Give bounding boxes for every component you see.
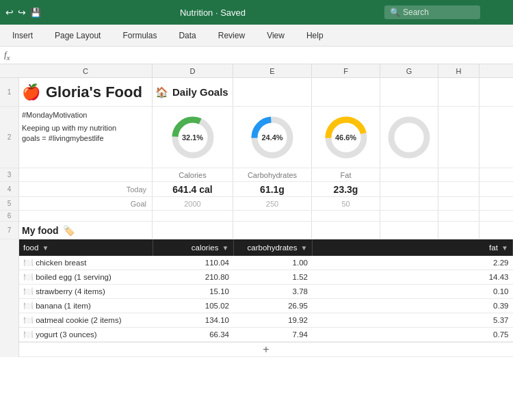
label-calories: Calories — [179, 171, 206, 179]
calories-cell: 15.10 — [153, 285, 233, 299]
add-row-content[interactable]: + — [19, 343, 513, 356]
table-row[interactable]: 🍽️ banana (1 item) 105.02 26.95 0.39 — [19, 299, 513, 313]
cell-g1[interactable] — [380, 78, 438, 106]
food-icon: 🍽️ — [23, 330, 34, 339]
food-icon: 🍽️ — [23, 272, 34, 282]
cell-g3[interactable] — [380, 168, 438, 181]
cell-h1[interactable] — [438, 78, 479, 106]
ribbon: Insert Page Layout Formulas Data Review … — [0, 25, 513, 47]
carbs-cell: 3.78 — [233, 285, 312, 299]
cell-c1[interactable]: 🍎 Gloria's Food — [19, 78, 153, 106]
ribbon-data[interactable]: Data — [174, 28, 200, 43]
filter-arrow-food[interactable]: ▼ — [42, 244, 49, 252]
today-label: Today — [127, 185, 149, 194]
calories-cell: 105.02 — [153, 299, 233, 313]
cell-f1[interactable] — [312, 78, 380, 106]
daily-goals-title: 🏠 Daily Goals — [155, 86, 228, 99]
donut-carbs-label: 24.4% — [261, 133, 282, 142]
food-table-container: food ▼ calories ▼ carbohydrates ▼ fat — [19, 239, 513, 357]
ribbon-formulas[interactable]: Formulas — [118, 28, 161, 43]
redo-icon[interactable]: ↪ — [18, 7, 26, 18]
add-row-plus-icon[interactable]: + — [263, 343, 269, 356]
goals-icon: 🏠 — [155, 86, 168, 99]
th-fat[interactable]: fat ▼ — [312, 239, 513, 256]
filter-arrow-carbs[interactable]: ▼ — [301, 244, 308, 252]
col-header-d[interactable]: D — [153, 64, 233, 77]
table-row[interactable]: 🍽️ oatmeal cookie (2 items) 134.10 19.92… — [19, 313, 513, 328]
goal-calories: 2000 — [184, 200, 200, 208]
svg-point-6 — [391, 120, 427, 155]
th-carbs[interactable]: carbohydrates ▼ — [233, 239, 312, 256]
cell-g-goal[interactable] — [380, 197, 438, 210]
th-food[interactable]: food ▼ — [19, 239, 153, 256]
goal-fat: 50 — [341, 200, 350, 208]
cell-myfood[interactable]: My food 🏷️ — [19, 222, 153, 239]
formula-input[interactable] — [14, 51, 509, 60]
cell-c2[interactable]: #MondayMotivation Keeping up with my nut… — [19, 107, 153, 168]
cell-c3[interactable] — [19, 168, 153, 181]
fat-cell: 14.43 — [312, 270, 513, 285]
quick-save-icon[interactable]: 💾 — [30, 8, 41, 18]
tagline-text: Keeping up with my nutritiongoals = #liv… — [22, 123, 116, 144]
row-2: 2 #MondayMotivation Keeping up with my n… — [0, 107, 513, 168]
fat-cell: 5.37 — [312, 313, 513, 328]
label-carbs: Carbohydrates — [248, 171, 297, 179]
food-name-cell: 🍽️ yogurt (3 ounces) — [19, 328, 153, 342]
table-row[interactable]: 🍽️ yogurt (3 ounces) 66.34 7.94 0.75 — [19, 328, 513, 342]
carbs-cell: 19.92 — [233, 313, 312, 328]
calories-cell: 210.80 — [153, 270, 233, 285]
row-3: 3 Calories Carbohydrates Fat — [0, 168, 513, 182]
window-title: Nutrition · Saved — [41, 8, 384, 18]
ribbon-review[interactable]: Review — [214, 28, 249, 43]
food-name-cell: 🍽️ banana (1 item) — [19, 299, 153, 313]
cell-h3[interactable] — [438, 168, 479, 181]
cell-h-goal[interactable] — [438, 197, 479, 210]
fat-cell: 0.75 — [312, 328, 513, 342]
cell-h-today[interactable] — [438, 182, 479, 196]
col-header-e[interactable]: E — [233, 64, 312, 77]
food-name-cell: 🍽️ oatmeal cookie (2 items) — [19, 313, 153, 328]
cell-h2[interactable] — [438, 107, 479, 168]
column-headers: C D E F G H — [0, 64, 513, 78]
food-name-cell: 🍽️ chicken breast — [19, 256, 153, 270]
food-name-cell: 🍽️ boiled egg (1 serving) — [19, 270, 153, 285]
my-food-title: My food 🏷️ — [22, 225, 75, 236]
ribbon-view[interactable]: View — [263, 28, 289, 43]
hashtag-text: #MondayMotivation — [22, 111, 87, 119]
undo-icon[interactable]: ↩ — [5, 7, 14, 18]
ribbon-help[interactable]: Help — [302, 28, 328, 43]
cell-f2: 46.6% — [312, 107, 380, 168]
search-input[interactable] — [403, 8, 478, 17]
goal-carbs: 250 — [266, 200, 278, 208]
food-table-body: 🍽️ chicken breast 110.04 1.00 2.29 🍽️ bo… — [19, 256, 513, 342]
search-box[interactable]: 🔍 — [384, 5, 480, 19]
ribbon-page-layout[interactable]: Page Layout — [51, 28, 105, 43]
th-calories[interactable]: calories ▼ — [153, 239, 233, 256]
filter-arrow-calories[interactable]: ▼ — [222, 244, 229, 252]
today-fat: 23.3g — [334, 184, 358, 195]
cell-d3: Calories — [153, 168, 233, 181]
col-header-c[interactable]: C — [19, 64, 153, 77]
cell-e1[interactable] — [233, 78, 312, 106]
title-bar-left: ↩ ↪ 💾 — [5, 7, 41, 18]
table-row[interactable]: 🍽️ chicken breast 110.04 1.00 2.29 — [19, 256, 513, 270]
formula-icon: fx — [4, 49, 10, 62]
cell-e-goal: 250 — [233, 197, 312, 210]
table-row[interactable]: 🍽️ strawberry (4 items) 15.10 3.78 0.10 — [19, 285, 513, 299]
cell-c-goal: Goal — [19, 197, 153, 210]
spreadsheet: 1 🍎 Gloria's Food 🏠 Daily Goals 2 #Monda… — [0, 78, 513, 357]
add-row[interactable]: + — [19, 342, 513, 357]
col-header-g[interactable]: G — [380, 64, 438, 77]
cell-e-today: 61.1g — [233, 182, 312, 196]
table-row[interactable]: 🍽️ boiled egg (1 serving) 210.80 1.52 14… — [19, 270, 513, 285]
ribbon-insert[interactable]: Insert — [8, 28, 37, 43]
filter-arrow-fat[interactable]: ▼ — [501, 244, 508, 252]
row-goal: 5 Goal 2000 250 50 — [0, 197, 513, 211]
cell-g-today[interactable] — [380, 182, 438, 196]
col-header-f[interactable]: F — [312, 64, 380, 77]
col-header-h[interactable]: H — [438, 64, 479, 77]
row-myfood: 7 My food 🏷️ — [0, 222, 513, 239]
donut-fat: 46.6% — [323, 114, 369, 161]
food-icon: 🍽️ — [23, 301, 34, 311]
cell-d1[interactable]: 🏠 Daily Goals — [153, 78, 233, 106]
